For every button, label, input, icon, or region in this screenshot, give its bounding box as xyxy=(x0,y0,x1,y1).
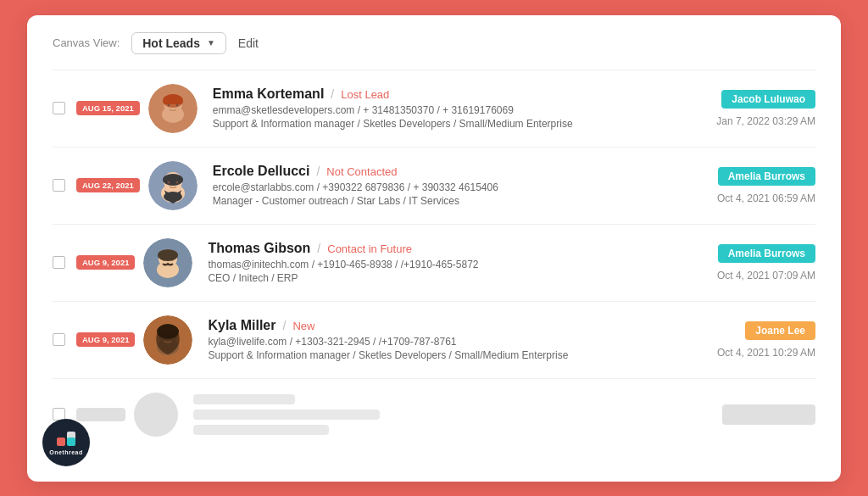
lead-name-3: Kyla Miller xyxy=(208,318,275,333)
lead-date-badge-3: AUG 9, 2021 xyxy=(76,332,135,347)
lead-checkbox-0[interactable] xyxy=(53,102,65,114)
logo-badge: Onethread xyxy=(42,419,90,466)
lead-contact-3: kyla@livelife.com / +1303-321-2945 / /+1… xyxy=(208,336,680,348)
svg-point-11 xyxy=(167,181,170,183)
lead-status-0: Lost Lead xyxy=(341,88,389,101)
checkbox-col xyxy=(53,102,76,114)
lead-assignee-col-0: Jacob Luluwao Jan 7, 2022 03:29 AM xyxy=(680,90,815,127)
lead-timestamp-2: Oct 4, 2021 07:09 AM xyxy=(680,270,815,281)
lead-role-1: Manager - Customer outreach / Star Labs … xyxy=(213,195,680,207)
skeleton-row xyxy=(53,379,815,450)
svg-point-24 xyxy=(171,335,174,337)
lead-name-1: Ercole Dellucci xyxy=(213,164,310,179)
lead-assignee-col-1: Amelia Burrows Oct 4, 2021 06:59 AM xyxy=(680,167,815,204)
svg-point-9 xyxy=(163,174,183,186)
lead-row: AUG 9, 2021 Thomas Gibson / Contact in F… xyxy=(53,225,815,302)
svg-point-23 xyxy=(163,335,165,337)
lead-contact-0: emma@sketlesdevelopers.com / + 314813503… xyxy=(213,104,680,116)
lead-assignee-col-2: Amelia Burrows Oct 4, 2021 07:09 AM xyxy=(680,244,815,281)
lead-date-badge-0: AUG 15, 2021 xyxy=(76,101,140,115)
lead-contact-1: ercole@starlabbs.com / +390322 6879836 /… xyxy=(213,181,680,193)
lead-status-3: New xyxy=(292,320,314,332)
lead-contact-2: thomas@initechh.com / +1910-465-8938 / /… xyxy=(208,259,680,270)
lead-avatar-2 xyxy=(143,238,192,287)
main-card: Canvas View: Hot Leads ▼ Edit AUG 15, 20… xyxy=(27,15,841,482)
checkbox-col xyxy=(53,333,76,346)
view-select-label: Hot Leads xyxy=(142,36,200,50)
skeleton-line3 xyxy=(193,425,329,435)
lead-info-3: Kyla Miller / New kyla@livelife.com / +1… xyxy=(208,318,680,361)
lead-assignee-badge-3: Joane Lee xyxy=(745,321,815,340)
lead-avatar-3 xyxy=(143,315,192,365)
lead-name-row-1: Ercole Dellucci / Not Contacted xyxy=(213,164,680,179)
lead-status-1: Not Contacted xyxy=(326,165,397,178)
logo-icon xyxy=(54,429,78,448)
lead-name-2: Thomas Gibson xyxy=(208,241,310,256)
skeleton-assignee xyxy=(722,404,815,425)
logo-text: Onethread xyxy=(49,449,83,455)
lead-row: AUG 15, 2021 Emma KortemanI / Lost Lead … xyxy=(53,70,815,148)
lead-assignee-col-3: Joane Lee Oct 4, 2021 10:29 AM xyxy=(680,321,815,359)
lead-avatar-0 xyxy=(148,84,198,133)
lead-row: AUG 22, 2021 Ercole Dellucci / Not Conta… xyxy=(53,148,815,225)
lead-slash-2: / xyxy=(317,242,320,255)
svg-rect-25 xyxy=(57,437,65,446)
lead-name-row-2: Thomas Gibson / Contact in Future xyxy=(208,241,680,256)
svg-point-16 xyxy=(158,249,178,261)
lead-checkbox-2[interactable] xyxy=(53,256,65,269)
lead-checkbox-1[interactable] xyxy=(53,179,65,192)
checkbox-col xyxy=(53,256,76,269)
lead-assignee-badge-0: Jacob Luluwao xyxy=(721,90,815,109)
svg-point-4 xyxy=(167,103,170,106)
chevron-down-icon: ▼ xyxy=(207,38,215,47)
checkbox-col xyxy=(53,179,76,192)
svg-point-18 xyxy=(171,258,174,260)
edit-button[interactable]: Edit xyxy=(238,36,259,50)
svg-point-12 xyxy=(175,181,178,183)
lead-row: AUG 9, 2021 Kyla Miller / New kyla@livel… xyxy=(53,302,815,379)
skeleton-line2 xyxy=(193,410,380,420)
lead-role-3: Support & Information manager / Sketles … xyxy=(208,349,680,361)
lead-timestamp-0: Jan 7, 2022 03:29 AM xyxy=(680,115,815,127)
lead-info-0: Emma KortemanI / Lost Lead emma@sketlesd… xyxy=(213,86,680,130)
toolbar: Canvas View: Hot Leads ▼ Edit xyxy=(53,32,815,54)
skeleton-avatar xyxy=(134,393,178,437)
skeleton-date xyxy=(76,408,125,421)
lead-status-2: Contact in Future xyxy=(327,242,412,255)
view-select-button[interactable]: Hot Leads ▼ xyxy=(131,32,226,54)
lead-role-0: Support & Information manager / Sketles … xyxy=(213,118,680,130)
lead-slash-3: / xyxy=(282,319,286,332)
skeleton-line1 xyxy=(193,394,295,404)
lead-name-0: Emma KortemanI xyxy=(213,86,325,102)
svg-rect-27 xyxy=(67,437,75,446)
lead-name-row-0: Emma KortemanI / Lost Lead xyxy=(213,86,680,102)
lead-assignee-badge-1: Amelia Burrows xyxy=(718,167,815,186)
lead-name-row-3: Kyla Miller / New xyxy=(208,318,680,333)
lead-role-2: CEO / Initech / ERP xyxy=(208,272,680,284)
svg-point-5 xyxy=(175,103,178,106)
lead-checkbox-3[interactable] xyxy=(53,333,65,346)
lead-date-badge-2: AUG 9, 2021 xyxy=(76,255,135,270)
lead-avatar-1 xyxy=(148,161,198,210)
svg-point-17 xyxy=(163,258,165,260)
lead-info-2: Thomas Gibson / Contact in Future thomas… xyxy=(208,241,680,284)
lead-info-1: Ercole Dellucci / Not Contacted ercole@s… xyxy=(213,164,680,207)
lead-assignee-badge-2: Amelia Burrows xyxy=(718,244,815,263)
lead-slash-0: / xyxy=(331,87,334,101)
leads-list: AUG 15, 2021 Emma KortemanI / Lost Lead … xyxy=(53,70,815,379)
lead-timestamp-3: Oct 4, 2021 10:29 AM xyxy=(680,347,815,359)
lead-timestamp-1: Oct 4, 2021 06:59 AM xyxy=(680,192,815,204)
skeleton-info xyxy=(193,394,722,435)
lead-slash-1: / xyxy=(316,164,320,178)
lead-date-badge-1: AUG 22, 2021 xyxy=(76,178,140,192)
canvas-view-label: Canvas View: xyxy=(53,36,120,49)
